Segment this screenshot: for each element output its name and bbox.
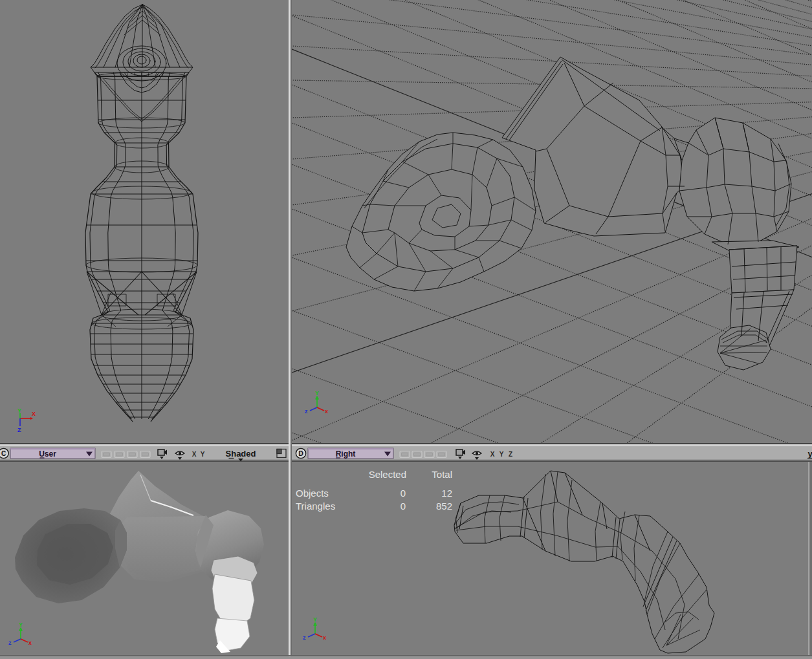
svg-text:12: 12: [441, 488, 452, 499]
svg-text:Z: Z: [509, 451, 512, 458]
svg-text:Y: Y: [201, 451, 205, 458]
svg-text:Triangles: Triangles: [296, 501, 335, 512]
svg-text:0: 0: [401, 488, 406, 499]
svg-text:852: 852: [436, 501, 452, 512]
svg-text:Y: Y: [17, 407, 21, 414]
svg-text:X: X: [490, 451, 495, 458]
svg-text:x: x: [28, 640, 32, 646]
svg-text:Y: Y: [19, 621, 23, 628]
svg-text:y: y: [807, 449, 812, 459]
svg-text:Total: Total: [432, 469, 452, 480]
svg-text:C: C: [1, 450, 6, 457]
svg-text:Z: Z: [17, 427, 21, 433]
svg-text:Y: Y: [315, 390, 319, 396]
svg-text:Selected: Selected: [369, 469, 406, 480]
svg-text:x: x: [323, 634, 326, 641]
svg-text:z: z: [303, 634, 306, 641]
svg-text:X: X: [32, 411, 36, 417]
svg-text:Objects: Objects: [296, 488, 329, 499]
svg-text:Right: Right: [336, 449, 356, 459]
svg-text:X: X: [192, 451, 197, 458]
svg-text:Y: Y: [499, 451, 504, 458]
svg-text:0: 0: [401, 501, 406, 512]
svg-text:Shaded: Shaded: [226, 449, 256, 459]
svg-text:z: z: [305, 408, 308, 415]
svg-text:Y: Y: [313, 616, 317, 623]
svg-text:User: User: [39, 449, 56, 459]
svg-text:z: z: [8, 640, 12, 646]
svg-text:x: x: [325, 408, 328, 415]
svg-text:D: D: [298, 450, 303, 457]
